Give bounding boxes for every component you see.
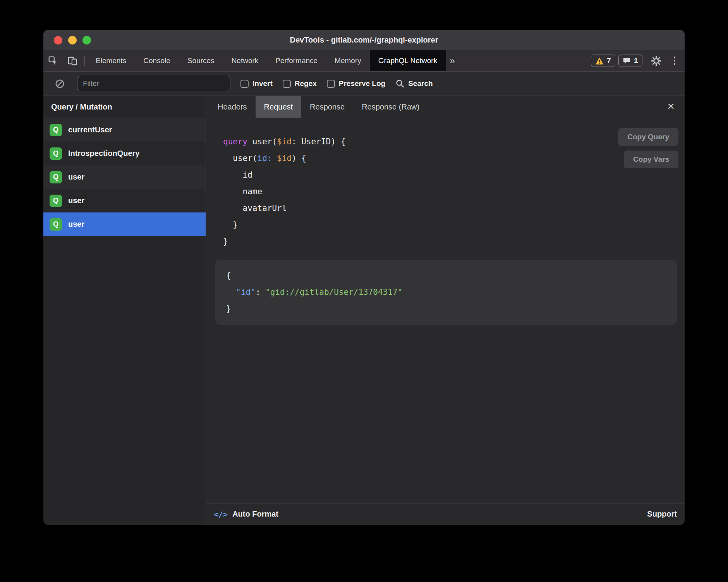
tab-elements[interactable]: Elements <box>87 50 135 71</box>
settings-gear-icon[interactable] <box>646 56 666 66</box>
query-list-item-label: user <box>68 173 84 181</box>
filter-input[interactable] <box>77 76 230 91</box>
query-variables-box: { "id": "gid://gitlab/User/13704317"} <box>215 260 677 325</box>
query-list-item-label: user <box>68 196 84 205</box>
query-list-item-label: currentUser <box>68 125 112 134</box>
request-body: Copy Query Copy Vars query user($id: Use… <box>206 118 685 503</box>
search-icon <box>395 79 405 88</box>
tab-sources[interactable]: Sources <box>179 50 223 71</box>
device-toolbar-icon[interactable] <box>63 50 82 71</box>
filter-toolbar: Invert Regex Preserve Log Search <box>43 72 685 96</box>
devtools-window: DevTools - gitlab.com/-/graphql-explorer… <box>43 30 685 525</box>
tab-headers[interactable]: Headers <box>209 96 256 118</box>
kebab-menu-icon[interactable] <box>670 56 680 65</box>
tab-performance[interactable]: Performance <box>267 50 326 71</box>
query-list-item-label: IntrospectionQuery <box>68 149 139 158</box>
copy-buttons: Copy Query Copy Vars <box>618 128 678 168</box>
copy-vars-button[interactable]: Copy Vars <box>624 151 678 168</box>
preserve-log-label: Preserve Log <box>339 79 385 88</box>
detail-footer: </> Auto Format Support <box>206 503 685 525</box>
window-title: DevTools - gitlab.com/-/graphql-explorer <box>43 36 685 45</box>
tab-response[interactable]: Response <box>301 96 353 118</box>
query-type-badge: Q <box>50 124 62 136</box>
query-type-badge: Q <box>50 171 62 183</box>
auto-format-toggle[interactable]: Auto Format <box>232 510 278 519</box>
message-count: 1 <box>634 56 638 65</box>
more-tabs-chevron-icon[interactable]: » <box>446 50 458 71</box>
tab-response-raw[interactable]: Response (Raw) <box>353 96 428 118</box>
traffic-lights <box>43 36 91 45</box>
query-type-badge: Q <box>50 218 62 231</box>
warnings-badge[interactable]: 7 <box>591 55 615 67</box>
warning-icon <box>595 57 604 65</box>
devtools-tabbar: Elements Console Sources Network Perform… <box>43 50 685 72</box>
search-toggle[interactable]: Search <box>395 79 433 88</box>
close-detail-icon[interactable]: × <box>660 100 682 114</box>
query-list: Q currentUser Q IntrospectionQuery Q use… <box>43 118 206 236</box>
support-link[interactable]: Support <box>647 510 677 519</box>
query-list-panel: Query / Mutation Q currentUser Q Introsp… <box>43 96 206 525</box>
query-list-header: Query / Mutation <box>43 96 206 118</box>
code-format-icon: </> <box>214 510 228 519</box>
query-list-item-user-2[interactable]: Q user <box>43 189 206 212</box>
regex-label: Regex <box>295 79 317 88</box>
clear-log-icon[interactable] <box>50 79 69 89</box>
query-list-item-currentUser[interactable]: Q currentUser <box>43 118 206 142</box>
tab-graphql-network[interactable]: GraphQL Network <box>370 50 446 71</box>
detail-panel: Headers Request Response Response (Raw) … <box>206 96 685 525</box>
issues-badge[interactable]: 1 <box>618 55 642 67</box>
preserve-log-checkbox[interactable]: Preserve Log <box>327 79 385 88</box>
regex-checkbox-box[interactable] <box>283 80 291 88</box>
search-label: Search <box>408 79 433 88</box>
zoom-window-button[interactable] <box>82 36 91 45</box>
invert-checkbox-box[interactable] <box>240 80 249 88</box>
query-type-badge: Q <box>50 195 62 207</box>
preserve-log-checkbox-box[interactable] <box>327 80 335 88</box>
tabbar-right-controls: 7 1 <box>591 50 685 71</box>
invert-checkbox[interactable]: Invert <box>240 79 273 88</box>
minimize-window-button[interactable] <box>68 36 77 45</box>
tab-network[interactable]: Network <box>223 50 267 71</box>
toolbar-divider <box>84 56 85 66</box>
query-list-item-user-1[interactable]: Q user <box>43 165 206 189</box>
main-split: Query / Mutation Q currentUser Q Introsp… <box>43 96 685 525</box>
query-list-item-label: user <box>68 220 84 229</box>
query-type-badge: Q <box>50 147 62 160</box>
query-list-item-introspectionQuery[interactable]: Q IntrospectionQuery <box>43 142 206 165</box>
query-list-item-user-3-selected[interactable]: Q user <box>43 212 206 236</box>
regex-checkbox[interactable]: Regex <box>283 79 317 88</box>
detail-tabbar: Headers Request Response Response (Raw) … <box>206 96 685 118</box>
warning-count: 7 <box>607 56 611 65</box>
tab-request[interactable]: Request <box>256 96 302 118</box>
tab-memory[interactable]: Memory <box>326 50 370 71</box>
inspect-element-icon[interactable] <box>43 50 63 71</box>
close-window-button[interactable] <box>54 36 62 45</box>
message-icon <box>623 57 631 65</box>
tab-console[interactable]: Console <box>135 50 179 71</box>
titlebar: DevTools - gitlab.com/-/graphql-explorer <box>43 30 685 50</box>
invert-label: Invert <box>252 79 273 88</box>
copy-query-button[interactable]: Copy Query <box>618 128 678 146</box>
graphql-query-code: query user($id: UserID) { user(id: $id) … <box>223 134 677 250</box>
